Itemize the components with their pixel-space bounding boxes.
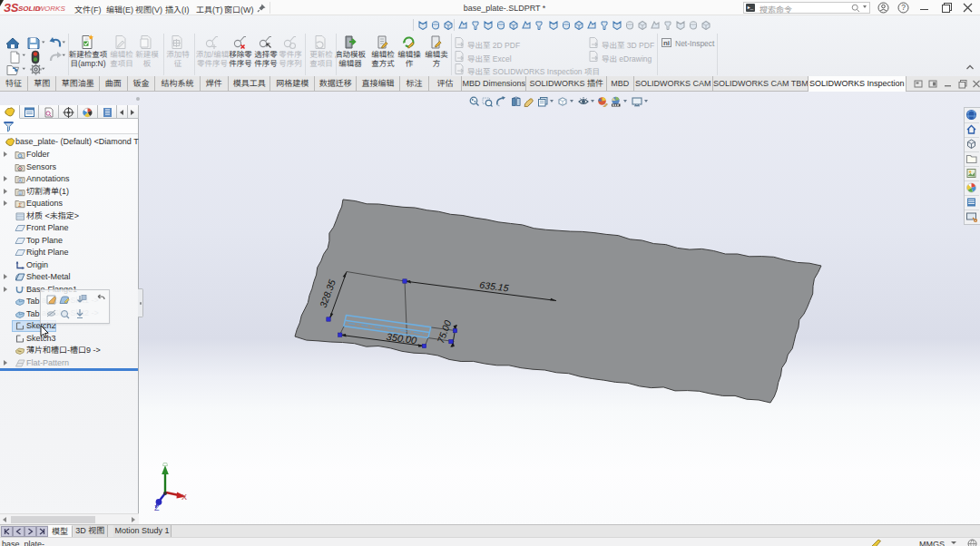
svg-text:WORKS: WORKS bbox=[38, 5, 66, 13]
svg-text:Z: Z bbox=[154, 503, 160, 512]
svg-text:ЗS: ЗS bbox=[4, 2, 19, 15]
svg-text:X: X bbox=[181, 492, 187, 502]
svg-text:A: A bbox=[19, 179, 22, 183]
svg-text:Σ: Σ bbox=[17, 202, 22, 208]
svg-text:?: ? bbox=[901, 3, 906, 12]
